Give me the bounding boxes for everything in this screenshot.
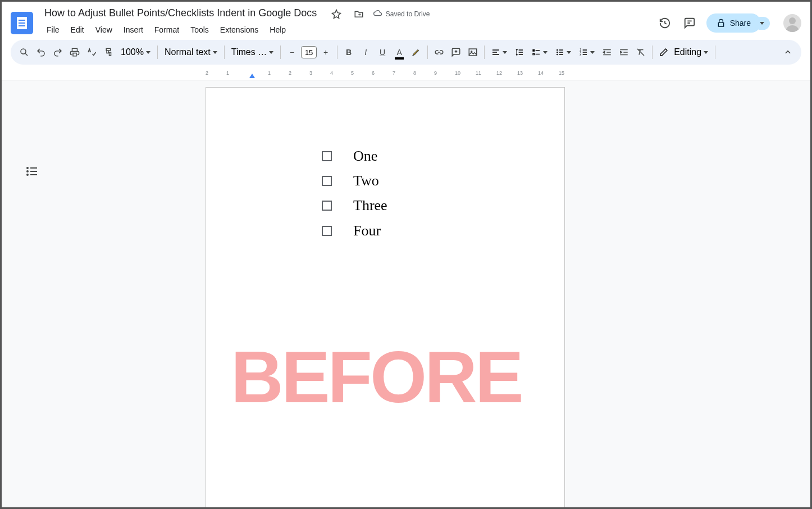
docs-logo[interactable] [11,12,33,34]
text-color-icon[interactable]: A [391,44,407,61]
header-right: Share [657,13,801,33]
menu-insert[interactable]: Insert [119,23,148,37]
checklist-item[interactable]: Four [322,219,387,243]
menu-bar: File Edit View Insert Format Tools Exten… [42,22,653,40]
menu-extensions[interactable]: Extensions [216,23,263,37]
history-icon[interactable] [657,15,673,31]
checkbox-icon[interactable] [322,176,332,186]
share-label: Share [730,19,751,28]
page[interactable]: One Two Three Four BEFORE [206,87,565,509]
svg-point-1 [21,49,26,54]
canvas: One Two Three Four BEFORE [2,80,810,509]
undo-icon[interactable] [33,44,49,61]
svg-point-11 [26,170,29,172]
checklist-item[interactable]: Three [322,193,387,218]
svg-point-4 [556,49,558,51]
checkbox-icon[interactable] [322,226,332,236]
star-icon[interactable] [329,6,344,22]
align-dropdown[interactable] [488,44,510,61]
menu-edit[interactable]: Edit [66,23,89,37]
checklist-dropdown[interactable] [528,44,551,61]
menu-file[interactable]: File [42,23,64,37]
svg-point-0 [789,17,796,24]
saved-status-label: Saved to Drive [386,10,430,18]
header-top-row: How to Adjust Bullet Points/Checklists I… [2,2,810,40]
mode-dropdown[interactable]: Editing [656,44,711,61]
link-icon[interactable] [431,44,447,61]
move-icon[interactable] [351,6,367,22]
document-title[interactable]: How to Adjust Bullet Points/Checklists I… [42,6,319,20]
saved-status[interactable]: Saved to Drive [373,10,430,19]
avatar[interactable] [783,14,801,32]
svg-point-12 [26,174,29,176]
add-comment-icon[interactable] [448,44,464,61]
checklist-text[interactable]: Three [353,193,387,218]
increase-indent-icon[interactable] [616,44,632,61]
insert-image-icon[interactable] [465,44,481,61]
toolbar: 100% Normal text Times … − + B I U A 123… [11,40,801,65]
menu-help[interactable]: Help [265,23,290,37]
share-dropdown[interactable] [754,17,770,30]
svg-point-6 [556,54,558,56]
highlight-icon[interactable] [408,44,424,61]
line-spacing-dropdown[interactable] [512,44,527,61]
print-icon[interactable] [67,44,83,61]
bullet-list-dropdown[interactable] [552,44,574,61]
title-area: How to Adjust Bullet Points/Checklists I… [42,6,653,40]
checklist-item[interactable]: Two [322,169,387,193]
svg-rect-2 [469,49,477,56]
search-icon[interactable] [16,44,32,61]
checkbox-icon[interactable] [322,201,332,211]
underline-icon[interactable]: U [375,44,390,61]
clear-format-icon[interactable] [633,44,649,61]
svg-point-10 [26,167,29,169]
spellcheck-icon[interactable] [84,44,99,61]
collapse-toolbar-icon[interactable] [780,44,796,61]
menu-view[interactable]: View [91,23,117,37]
numbered-list-dropdown[interactable]: 123 [576,44,598,61]
checklist-text[interactable]: One [353,144,377,169]
bold-icon[interactable]: B [341,44,357,61]
decrease-font-icon[interactable]: − [284,44,300,61]
share-button[interactable]: Share [706,13,761,33]
checklist-item[interactable]: One [322,144,387,169]
decrease-indent-icon[interactable] [599,44,615,61]
svg-point-5 [556,52,558,53]
increase-font-icon[interactable]: + [318,44,334,61]
font-dropdown[interactable]: Times … [228,44,277,61]
comments-icon[interactable] [682,15,697,31]
paint-format-icon[interactable] [101,44,116,61]
watermark: BEFORE [231,335,522,419]
outline-button[interactable] [25,165,39,178]
font-size-input[interactable] [301,46,317,58]
style-dropdown[interactable]: Normal text [161,44,221,61]
menu-format[interactable]: Format [150,23,184,37]
checklist: One Two Three Four [322,144,387,243]
menu-tools[interactable]: Tools [186,23,213,37]
italic-icon[interactable]: I [358,44,373,61]
svg-text:3: 3 [580,54,581,57]
checkbox-icon[interactable] [322,151,332,161]
zoom-dropdown[interactable]: 100% [117,44,154,61]
checklist-text[interactable]: Two [353,169,379,193]
redo-icon[interactable] [50,44,66,61]
ruler[interactable]: 21123456789101112131415 [2,69,810,80]
checklist-text[interactable]: Four [353,219,381,243]
